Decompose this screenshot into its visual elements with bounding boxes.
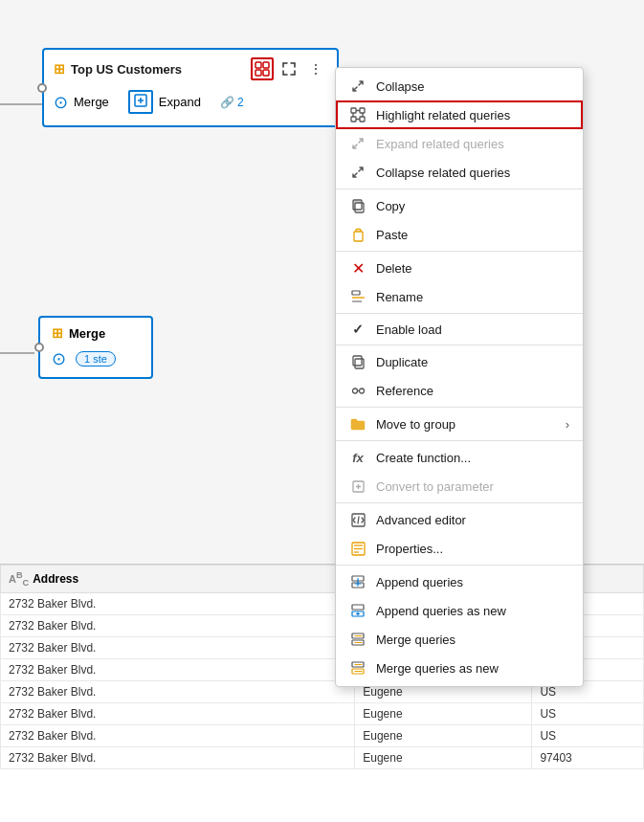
cell-address: 2732 Baker Blvd.: [1, 724, 355, 746]
menu-item-delete[interactable]: ✕ Delete: [336, 254, 583, 282]
menu-item-append-queries-new[interactable]: Append queries as new: [336, 596, 583, 625]
merge-queries-new-icon: [349, 659, 366, 677]
collapse-related-icon: [349, 164, 366, 181]
reference-icon: [349, 382, 366, 399]
table-row: 2732 Baker Blvd. Eugene 97403: [1, 746, 644, 768]
separator-3: [336, 313, 583, 314]
link-count-text: 2: [237, 96, 244, 109]
cell-address: 2732 Baker Blvd.: [1, 658, 355, 680]
merge-card-body: ⊙ 1 ste: [52, 348, 140, 369]
copy-icon: [349, 197, 366, 214]
menu-item-move-to-group[interactable]: Move to group ›: [336, 410, 583, 438]
move-to-group-label: Move to group: [376, 417, 455, 432]
folder-icon: [349, 415, 366, 433]
menu-item-collapse-related[interactable]: Collapse related queries: [336, 158, 583, 187]
link-count: 🔗 2: [220, 96, 244, 109]
cell-city: Eugene: [355, 746, 532, 768]
menu-item-duplicate[interactable]: Duplicate: [336, 347, 583, 376]
cell-address: 2732 Baker Blvd.: [1, 746, 355, 768]
cell-address: 2732 Baker Blvd.: [1, 702, 355, 724]
merge-toggle-icon: ⊙: [52, 348, 66, 369]
merge-connector-line: [0, 352, 34, 354]
convert-param-label: Convert to parameter: [376, 479, 494, 494]
merge-card-header: ⊞ Merge: [52, 325, 140, 341]
collapse-label: Collapse: [376, 79, 425, 94]
menu-item-enable-load[interactable]: ✓ Enable load: [336, 316, 583, 343]
highlight-related-icon: [349, 106, 366, 123]
expand-section: Expand: [128, 90, 201, 114]
svg-point-17: [352, 389, 357, 393]
properties-icon: [349, 540, 366, 557]
cell-address: 2732 Baker Blvd.: [1, 636, 355, 658]
svg-rect-7: [351, 117, 356, 122]
table-row: 2732 Baker Blvd. Eugene US: [1, 702, 644, 724]
cell-city: Eugene: [355, 702, 532, 724]
advanced-editor-label: Advanced editor: [376, 513, 466, 527]
copy-label: Copy: [376, 199, 405, 213]
expand-label: Expand: [159, 95, 201, 109]
rename-label: Rename: [376, 290, 423, 304]
separator-5: [336, 407, 583, 408]
svg-rect-1: [263, 62, 269, 68]
delete-icon: ✕: [349, 259, 366, 277]
menu-item-merge-queries[interactable]: Merge queries: [336, 625, 583, 654]
menu-item-create-function[interactable]: fx Create function...: [336, 443, 583, 472]
properties-label: Properties...: [376, 542, 443, 556]
menu-item-properties[interactable]: Properties...: [336, 534, 583, 563]
separator-6: [336, 440, 583, 441]
cell-address: 2732 Baker Blvd.: [1, 614, 355, 636]
menu-item-copy[interactable]: Copy: [336, 191, 583, 220]
card-actions: ⋮: [251, 57, 327, 80]
menu-item-collapse[interactable]: Collapse: [336, 72, 583, 100]
separator-2: [336, 251, 583, 252]
highlight-button[interactable]: [251, 57, 274, 80]
append-queries-new-icon: [349, 602, 366, 619]
duplicate-icon: [349, 353, 366, 370]
connector-dot: [37, 83, 47, 93]
step-badge: 1 ste: [76, 351, 116, 367]
table-icon: ⊞: [54, 61, 65, 77]
card-header: ⊞ Top US Customers: [54, 57, 327, 80]
collapse-related-label: Collapse related queries: [376, 166, 510, 180]
merge-queries-new-label: Merge queries as new: [376, 661, 499, 676]
separator-8: [336, 565, 583, 566]
svg-rect-8: [360, 117, 365, 122]
svg-rect-14: [352, 300, 362, 302]
svg-rect-11: [354, 232, 363, 241]
menu-item-append-queries[interactable]: Append queries: [336, 567, 583, 596]
cell-address: 2732 Baker Blvd.: [1, 592, 355, 614]
checkmark-icon: ✓: [349, 322, 366, 337]
address-type: ABC: [9, 570, 29, 588]
append-queries-new-label: Append queries as new: [376, 604, 506, 618]
more-icon: ⋮: [309, 61, 322, 77]
merge-label: Merge: [74, 95, 109, 109]
cell-extra: US: [532, 702, 644, 724]
menu-item-convert-param: Convert to parameter: [336, 472, 583, 500]
menu-item-reference[interactable]: Reference: [336, 376, 583, 405]
svg-rect-6: [360, 108, 365, 113]
menu-item-expand-related: Expand related queries: [336, 129, 583, 158]
merge-queries-label: Merge queries: [376, 633, 455, 647]
enable-load-label: Enable load: [376, 322, 442, 337]
convert-param-icon: [349, 478, 366, 495]
fx-icon: fx: [349, 449, 366, 466]
separator-7: [336, 502, 583, 503]
collapse-expand-button[interactable]: [278, 57, 300, 80]
menu-item-advanced-editor[interactable]: Advanced editor: [336, 505, 583, 534]
collapse-icon: [349, 78, 366, 95]
menu-item-rename[interactable]: Rename: [336, 282, 583, 311]
svg-rect-5: [351, 108, 356, 113]
svg-rect-3: [263, 70, 269, 76]
menu-item-paste[interactable]: Paste: [336, 220, 583, 249]
connector-line-left: [0, 103, 42, 105]
cell-extra: US: [532, 724, 644, 746]
rename-icon: [349, 288, 366, 305]
cell-city: Eugene: [355, 724, 532, 746]
more-button[interactable]: ⋮: [304, 57, 327, 80]
menu-item-merge-queries-new[interactable]: Merge queries as new: [336, 654, 583, 682]
paste-label: Paste: [376, 228, 408, 242]
svg-point-18: [359, 389, 364, 393]
menu-item-highlight-related[interactable]: Highlight related queries: [336, 100, 583, 129]
toggle-icon: ⊙: [54, 92, 68, 113]
create-function-label: Create function...: [376, 451, 471, 465]
